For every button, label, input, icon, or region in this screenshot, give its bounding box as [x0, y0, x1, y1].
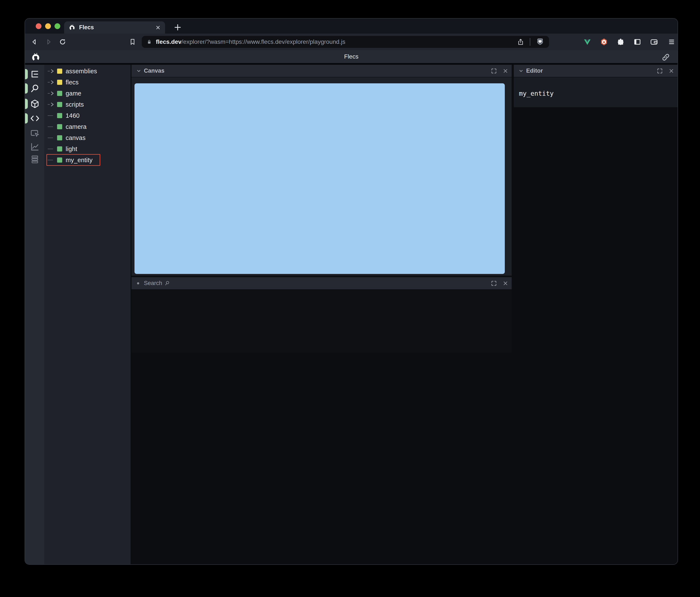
zoom-window-button[interactable] — [54, 23, 60, 29]
address-bar[interactable]: flecs.dev/explorer/?wasm=https://www.fle… — [142, 36, 549, 48]
share-link-icon[interactable] — [661, 53, 670, 62]
entity-tree-panel: assembliesflecsgamescripts1460cameracanv… — [44, 65, 131, 564]
tree-leaf-dash-icon — [47, 113, 57, 118]
activity-bar-item-entities-icon[interactable] — [30, 99, 40, 109]
menu-hamburger-icon[interactable] — [668, 38, 675, 46]
tree-item-label: assemblies — [66, 68, 97, 75]
tab-title: Flecs — [79, 24, 94, 31]
tree-item-label: scripts — [66, 101, 84, 108]
activity-bar-item-commands-icon[interactable] — [30, 155, 40, 164]
flecs-favicon — [69, 24, 76, 31]
traffic-lights — [36, 23, 60, 29]
fullscreen-icon[interactable] — [491, 280, 497, 287]
tab-bar: Flecs — [25, 19, 678, 33]
tree-leaf-dash-icon — [47, 124, 57, 129]
active-tab-indicator — [25, 83, 28, 94]
tree-expand-arrow-icon[interactable] — [47, 69, 57, 74]
tree-item-my_entity[interactable]: my_entity — [44, 155, 131, 165]
tree-expand-arrow-icon[interactable] — [47, 80, 57, 85]
close-panel-icon[interactable] — [669, 68, 674, 74]
active-tab-indicator — [25, 99, 28, 109]
tree-item-light[interactable]: light — [44, 144, 131, 155]
back-button[interactable] — [30, 38, 38, 46]
code-editor[interactable]: my_entity — [514, 77, 678, 107]
tree-item-1460[interactable]: 1460 — [44, 110, 131, 121]
tree-item-label: light — [66, 146, 77, 153]
app-body: assembliesflecsgamescripts1460cameracanv… — [25, 65, 678, 564]
tree-leaf-dash-icon — [47, 147, 57, 151]
workspace: Canvas Search — [131, 65, 678, 564]
entity-kind-swatch — [57, 157, 62, 163]
vue-devtools-icon[interactable] — [583, 38, 592, 46]
canvas-panel-body — [131, 77, 511, 276]
brave-shields-icon[interactable] — [536, 37, 544, 46]
reload-button[interactable] — [59, 38, 67, 46]
entity-kind-swatch — [57, 91, 62, 96]
lock-icon — [147, 39, 152, 45]
search-icon[interactable] — [165, 280, 170, 286]
url-text: flecs.dev/explorer/?wasm=https://www.fle… — [156, 38, 345, 45]
activity-bar-item-inspector-icon[interactable] — [30, 128, 40, 138]
new-tab-button[interactable] — [174, 23, 182, 31]
activity-bar-item-search-icon[interactable] — [30, 83, 40, 94]
browser-toolbar: flecs.dev/explorer/?wasm=https://www.fle… — [25, 33, 678, 50]
bookmark-icon[interactable] — [129, 38, 136, 46]
minimize-window-button[interactable] — [45, 23, 51, 29]
tree-item-label: my_entity — [66, 157, 93, 164]
tree-expand-arrow-icon[interactable] — [47, 91, 57, 96]
canvas-panel-header: Canvas — [131, 65, 511, 77]
entity-kind-swatch — [57, 146, 62, 152]
entity-kind-swatch — [57, 80, 62, 85]
tree-item-canvas[interactable]: canvas — [44, 132, 131, 144]
tree-item-label: flecs — [66, 79, 79, 86]
search-panel-title[interactable]: Search — [144, 280, 162, 287]
render-canvas[interactable] — [134, 83, 505, 274]
tree-item-camera[interactable]: camera — [44, 121, 131, 132]
activity-bar-item-tree-icon[interactable] — [30, 69, 40, 79]
activity-bar — [25, 65, 44, 564]
tree-expand-arrow-icon[interactable] — [47, 102, 57, 107]
entity-kind-swatch — [57, 135, 62, 140]
app-title: Flecs — [25, 50, 678, 63]
url-path: /explorer/?wasm=https://www.flecs.dev/ex… — [181, 38, 345, 45]
wallet-icon[interactable] — [650, 38, 658, 46]
editor-content[interactable]: my_entity — [519, 90, 554, 97]
tree-item-label: game — [66, 90, 81, 97]
sidebar-panel-icon[interactable] — [633, 38, 642, 46]
tree-item-game[interactable]: game — [44, 88, 131, 99]
entity-kind-swatch — [57, 69, 62, 74]
browser-tab[interactable]: Flecs — [64, 21, 165, 33]
address-bar-separator — [530, 38, 530, 46]
tree-leaf-dash-icon — [47, 135, 57, 140]
close-window-button[interactable] — [36, 23, 42, 29]
activity-bar-item-stats-icon[interactable] — [30, 142, 40, 152]
tree-item-scripts[interactable]: scripts — [44, 99, 131, 110]
chevron-down-icon[interactable] — [519, 68, 524, 74]
tree-item-label: camera — [66, 123, 86, 130]
share-icon[interactable] — [517, 38, 524, 46]
active-tab-indicator — [25, 69, 28, 79]
activity-bar-item-code-icon[interactable] — [30, 113, 40, 123]
fullscreen-icon[interactable] — [491, 68, 497, 74]
tab-close-icon[interactable] — [155, 25, 161, 30]
forward-button[interactable] — [45, 38, 52, 46]
tree-item-assemblies[interactable]: assemblies — [44, 66, 131, 77]
search-panel-header: Search — [131, 277, 511, 289]
editor-panel-header: Editor — [514, 65, 678, 77]
chevron-down-icon[interactable] — [136, 68, 141, 74]
extensions-puzzle-icon[interactable] — [617, 38, 625, 46]
app-header: Flecs — [25, 50, 678, 65]
search-panel-body[interactable] — [131, 290, 511, 353]
active-tab-indicator — [25, 113, 28, 124]
bullet-icon — [137, 282, 139, 284]
tree-item-flecs[interactable]: flecs — [44, 77, 131, 88]
hex-shield-extension-icon[interactable] — [600, 38, 608, 46]
browser-window: Flecs flecs.dev/explorer/?wasm=https://w… — [25, 18, 678, 565]
close-panel-icon[interactable] — [503, 68, 508, 74]
fullscreen-icon[interactable] — [657, 68, 663, 74]
extensions-row — [583, 38, 658, 46]
tree-leaf-dash-icon — [47, 158, 57, 162]
url-domain: flecs.dev — [156, 38, 181, 45]
entity-kind-swatch — [57, 124, 62, 129]
close-panel-icon[interactable] — [503, 281, 508, 286]
